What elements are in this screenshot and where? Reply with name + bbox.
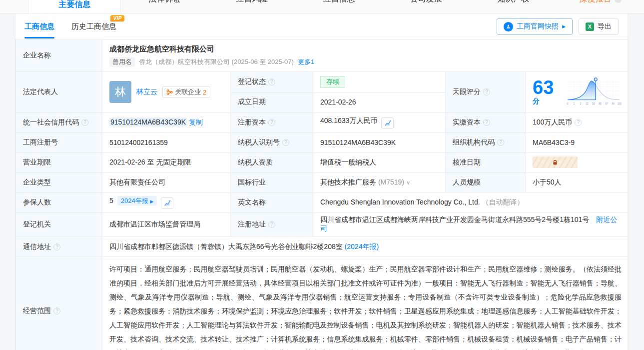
topnav-tab-ip[interactable]: 知识产权 [470,0,557,4]
tianyan-score[interactable]: 63分 [529,74,626,110]
stamp-icon [504,22,513,32]
svg-text:85: 85 [599,102,602,105]
subbar-actions: 工商官网快照 ▶ X 导出 [497,18,619,34]
topnav-tab-main[interactable]: 主要信息 [28,0,121,14]
legal-rep-avatar[interactable]: 林 [109,81,131,103]
registered-address-value: 四川省成都市温江区成都海峡两岸科技产业开发园金马街道永科路555号2号楼1栋10… [320,216,589,224]
label-company-name: 企业名称 [16,40,102,72]
arrow-right-icon: ▶ [150,199,153,204]
label-approval-date: 核准日期 [446,152,526,172]
related-label: 关联企业 [175,88,201,96]
locked-approval-date[interactable] [533,156,578,168]
company-name-value: 成都侨龙应急航空科技有限公司 [109,44,622,54]
tab-business-info[interactable]: 工商信息 [24,22,54,32]
help-icon[interactable]: ? [53,244,60,250]
label-credit-code: 统一社会信用代码? [16,112,102,132]
label-paid-capital: 实缴资本? [446,112,526,132]
score-value: 63 [533,77,554,98]
taxpayer-quality-value: 增值税一般纳税人 [313,152,446,172]
vip-badge: VIP [110,15,124,22]
annual-report-link[interactable]: (2024年报) [345,242,379,250]
label-english-name: 英文名称 [231,192,313,212]
capital-trend-icon[interactable] [381,118,394,128]
tab-label: 历史工商信息 [71,22,116,30]
label-registered-address: 注册地址? [231,212,313,237]
official-snapshot-button[interactable]: 工商官网快照 ▶ [497,18,573,34]
svg-text:0: 0 [567,102,569,105]
org-code-value: MA6B43C3-9 [526,132,629,152]
button-label: 导出 [598,22,612,31]
score-distribution-chart: 0 1 3 15 50 85 97 99 100 [566,76,622,108]
label-taxpayer-quality: 纳税人资质 [231,152,313,172]
topnav-tab-risk[interactable]: 经营风险 [208,0,295,4]
establish-date-value: 2021-02-26 [313,92,446,112]
topnav-tab-development[interactable]: 公司发展 [383,0,470,4]
subtab-bar: 工商信息 历史工商信息 VIP 工商官网快照 ▶ X 导出 [15,14,628,39]
label-registration-authority: 登记机关 [16,212,102,237]
help-icon[interactable]: ? [483,88,490,96]
collapse-circle-icon[interactable] [615,0,622,3]
help-icon[interactable]: ? [282,139,289,146]
label-industry: 国标行业 [231,172,313,192]
label-establish-date: 成立日期 [231,92,313,112]
english-name-value: Chengdu Shenglan Innovation Technology C… [320,198,480,206]
label-registration-status: 登记状态? [231,72,313,92]
excel-icon: X [586,22,594,31]
copy-link[interactable]: 复制 [189,118,203,126]
topnav-tab-lawsuit[interactable]: 法律诉讼 [121,0,208,4]
annual-report-badge[interactable]: 2024年报 ▶ [117,196,157,206]
topnav-tab-operation[interactable]: 经营信息 [295,0,382,4]
help-icon[interactable]: ? [575,119,582,126]
svg-text:50: 50 [592,102,595,105]
company-type-value: 其他有限责任公司 [102,172,231,192]
industry-code: (M7519) [378,178,404,186]
help-icon[interactable]: ? [497,139,504,146]
network-icon [166,89,173,96]
help-icon[interactable]: ? [268,78,275,86]
registration-authority-value: 成都市温江区市场监督管理局 [102,212,231,237]
topnav-tab-label: 主要信息 [58,0,90,9]
business-info-table: 企业名称 成都侨龙应急航空科技有限公司 曾用名 侨龙（成都）航空科技有限公司 (… [15,39,629,350]
business-scope-value: 许可项目：通用航空服务；民用航空器驾驶员培训；民用航空器（发动机、螺旋桨）生产；… [109,260,622,350]
staff-size-value: 小于50人 [526,172,629,192]
taxpayer-id-value: 91510124MA6B43C39K [313,132,446,152]
insured-count-value: 5 [109,196,113,204]
export-button[interactable]: X 导出 [579,18,619,34]
label-registration-number: 工商注册号 [16,132,102,152]
label-company-type: 企业类型 [16,172,102,192]
tab-history-business-info[interactable]: 历史工商信息 VIP [71,22,116,32]
label-mailing-address: 通信地址? [16,237,102,257]
lock-icon [552,160,558,166]
business-info-card: 工商信息 历史工商信息 VIP 工商官网快照 ▶ X 导出 企业名称 [15,14,628,350]
auto-translate-note: （自动翻译） [482,198,524,206]
label-staff-size: 人员规模 [446,172,526,192]
help-icon[interactable]: ? [268,221,275,228]
registered-capital-value: 408.1633万人民币 [320,116,377,124]
former-name-badge: 曾用名 [109,57,135,67]
svg-text:3: 3 [580,102,582,105]
svg-text:97: 97 [605,102,608,105]
svg-text:15: 15 [586,102,589,105]
former-name-value: 侨龙（成都）航空科技有限公司 (2025-06 至 2025-07) [139,58,294,66]
label-legal-representative: 法定代表人 [16,72,102,112]
paid-capital-value: 100万人民币 [533,118,572,126]
more-former-names-link[interactable]: 更多1 [298,58,314,66]
svg-text:100: 100 [618,102,622,105]
arrow-right-icon: ▶ [562,24,566,29]
chevron-down-icon[interactable]: ∨ [406,180,410,186]
legal-rep-name-link[interactable]: 林立云 [136,88,157,96]
help-icon[interactable]: ? [268,119,275,126]
help-icon[interactable]: ? [53,308,60,314]
help-icon[interactable]: ? [81,119,88,126]
business-term-value: 2021-02-26 至 无固定期限 [102,152,231,172]
svg-text:99: 99 [612,102,615,105]
score-unit: 分 [533,97,540,105]
insured-trend-icon[interactable] [161,198,173,208]
topnav-tab-report[interactable]: 深度报告 [557,0,644,4]
label-registered-capital: 注册资本? [231,112,313,132]
related-companies-badge[interactable]: 关联企业 2 [162,86,210,98]
svg-text:1: 1 [574,102,575,105]
topnav-tab-label: 深度报告 [580,0,612,3]
help-icon[interactable]: ? [483,119,490,126]
related-count: 2 [203,88,206,96]
